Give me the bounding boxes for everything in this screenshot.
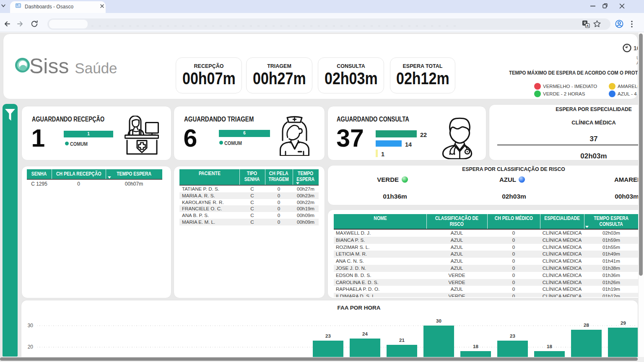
svg-text:A: A: [586, 24, 589, 28]
